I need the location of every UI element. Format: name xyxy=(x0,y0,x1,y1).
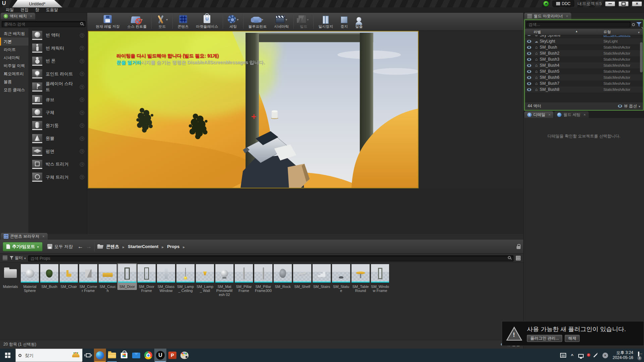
toolbar-button-cinematics[interactable]: 시네마틱 xyxy=(270,13,292,31)
filter-button[interactable]: 필터 xyxy=(10,255,26,261)
file-explorer-button[interactable] xyxy=(106,349,118,362)
toolbar-button-save-level[interactable]: 현재 레벨 저장 xyxy=(92,13,123,31)
toolbar-button-settings[interactable]: 세팅 xyxy=(224,13,242,31)
paint-button[interactable] xyxy=(178,349,191,362)
sources-panel-icon[interactable] xyxy=(3,256,7,260)
action-center-button[interactable]: 3 xyxy=(638,352,639,358)
pen-icon[interactable] xyxy=(593,353,597,357)
eye-icon[interactable] xyxy=(527,52,531,55)
category-item-7[interactable]: 모든 클래스 xyxy=(0,86,29,94)
breadcrumb-2[interactable]: Props xyxy=(167,244,179,249)
asset-sm-window-frame[interactable]: SM_Window Frame xyxy=(370,263,390,294)
back-button[interactable] xyxy=(77,244,83,249)
save-all-button[interactable]: 모두 저장 xyxy=(45,242,75,251)
asset-sm-lamp-ceiling[interactable]: SM_Lamp_ Ceiling xyxy=(176,263,195,294)
mail-button[interactable] xyxy=(130,349,142,362)
tab-content-browser[interactable]: 콘텐츠 브라우저 xyxy=(1,233,48,240)
eye-icon[interactable] xyxy=(527,76,531,79)
breadcrumb-1[interactable]: StarterContent xyxy=(128,244,158,249)
asset-sm-bush[interactable]: SM_Bush xyxy=(40,263,59,290)
eye-icon[interactable] xyxy=(527,35,531,36)
asset-materials[interactable]: Materials xyxy=(1,263,20,290)
minimize-button[interactable] xyxy=(605,1,615,6)
menu-item-1[interactable]: 편집 xyxy=(17,7,32,13)
eye-icon[interactable] xyxy=(527,70,531,73)
asset-sm-chair[interactable]: SM_Chair xyxy=(59,263,78,290)
taskbar-clock[interactable]: 오후 3:24 2024-05-16 xyxy=(613,350,633,360)
eye-icon[interactable] xyxy=(527,46,531,49)
asset-sm-door[interactable]: SM_Door xyxy=(117,263,137,290)
place-item-6[interactable]: 구체 xyxy=(29,106,87,119)
place-item-5[interactable]: 큐브 xyxy=(29,94,87,107)
eye-icon[interactable] xyxy=(527,82,531,85)
toolbar-button-eject[interactable]: 탈출 xyxy=(352,13,366,31)
asset-sm-pillar-frame[interactable]: SM_Pillar Frame xyxy=(234,263,254,294)
asset-sm-glass-window[interactable]: SM_Glass Window xyxy=(156,263,176,294)
place-item-4[interactable]: 플레이어 스타트 xyxy=(29,80,87,94)
breadcrumb-0[interactable]: 콘텐츠 xyxy=(106,244,119,250)
start-button[interactable] xyxy=(0,349,15,362)
category-item-5[interactable]: 지오메트리 xyxy=(0,70,29,78)
network-icon[interactable] xyxy=(578,354,584,358)
menu-item-3[interactable]: 도움말 xyxy=(43,7,61,13)
outliner-row-sm-bush6[interactable]: SM_Bush6StaticMeshActor xyxy=(525,74,643,80)
asset-sm-statue[interactable]: SM_Statue xyxy=(331,263,351,294)
chevron-down-icon[interactable] xyxy=(638,30,640,34)
onedrive-paused-icon[interactable] xyxy=(602,353,608,358)
game-viewport[interactable]: 라이팅을 다시 빌드해야 합니다 (빌드 필요: 91개) 문을 열거라시지를 … xyxy=(88,31,419,188)
close-tab-icon[interactable] xyxy=(566,14,568,18)
close-tab-icon[interactable] xyxy=(30,14,32,18)
place-item-0[interactable]: 빈 액터 xyxy=(29,29,87,42)
asset-sm-table-round[interactable]: SM_Table Round xyxy=(351,263,370,294)
add-import-button[interactable]: 추가/임포트 xyxy=(3,242,43,251)
place-item-1[interactable]: 빈 캐릭터 xyxy=(29,42,87,55)
toolbar-button-marketplace[interactable]: 마켓플레이스 xyxy=(192,13,222,31)
asset-sm-stairs[interactable]: SM_Stairs xyxy=(312,263,331,290)
outliner-row-sm-bush[interactable]: SM_BushStaticMeshActor xyxy=(525,44,643,50)
asset-sm-shelf[interactable]: SM_Shelf xyxy=(292,263,312,290)
eye-icon[interactable] xyxy=(527,40,531,43)
column-type[interactable]: 유형 xyxy=(603,30,611,34)
eye-icon[interactable] xyxy=(527,64,531,67)
learn-icon[interactable] xyxy=(543,1,549,7)
place-item-2[interactable]: 빈 폰 xyxy=(29,55,87,68)
place-item-10[interactable]: 박스 트리거 xyxy=(29,158,87,171)
eye-icon[interactable] xyxy=(527,58,531,61)
unreal-editor-button[interactable] xyxy=(154,349,166,362)
edge-button[interactable] xyxy=(94,349,106,362)
category-item-3[interactable]: 시네마틱 xyxy=(0,54,29,62)
outliner-search-input[interactable] xyxy=(526,21,631,27)
outliner-row-sm-bush2[interactable]: SM_Bush2StaticMeshActor xyxy=(525,50,643,56)
place-item-9[interactable]: 평면 xyxy=(29,145,87,158)
close-button[interactable] xyxy=(632,1,642,6)
column-label[interactable]: 라벨 xyxy=(534,30,541,34)
toolbar-button-build[interactable]: 빌드 xyxy=(295,13,312,31)
asset-material-sphere[interactable]: Material Sphere xyxy=(20,263,40,294)
task-view-button[interactable] xyxy=(83,349,94,362)
asset-sm-rock[interactable]: SM_Rock xyxy=(273,263,292,290)
asset-sm-pillar-frame300[interactable]: SM_Pillar Frame300 xyxy=(254,263,273,294)
taskbar-search[interactable] xyxy=(15,349,83,362)
toolbar-button-modes[interactable]: 모드 xyxy=(153,13,171,31)
hidden-icons-chevron[interactable] xyxy=(571,353,574,358)
outliner-row-sky-sphere[interactable]: Sky SphereBP_Sky_Sphere xyxy=(525,35,643,38)
asset-sm-mat-previewmesh-02[interactable]: SM_Mat PreviewMesh 02 xyxy=(215,263,234,298)
outliner-row-skylight[interactable]: SkyLightSkyLight xyxy=(525,38,643,44)
lock-icon[interactable] xyxy=(517,246,521,249)
outliner-row-sm-bush8[interactable]: SM_Bush8StaticMeshActor xyxy=(525,86,643,93)
menu-item-0[interactable]: 파일 xyxy=(3,7,17,13)
forward-button[interactable] xyxy=(86,244,92,249)
manage-plugins-button[interactable]: 플러그인 관리... xyxy=(527,335,562,342)
outliner-row-sm-bush5[interactable]: SM_Bush5StaticMeshActor xyxy=(525,68,643,74)
category-item-2[interactable]: 라이트 xyxy=(0,46,29,54)
tab-details[interactable]: 디테일 xyxy=(524,111,553,118)
ddc-button[interactable]: DDC xyxy=(552,1,574,7)
asset-sm-door-frame[interactable]: SM_Door Frame xyxy=(137,263,156,294)
outliner-view-options-button[interactable]: 뷰 옵션 xyxy=(618,103,640,109)
eye-icon[interactable] xyxy=(527,88,531,91)
category-item-6[interactable]: 볼륨 xyxy=(0,78,29,86)
class-search-input[interactable] xyxy=(2,21,86,27)
powerpoint-button[interactable] xyxy=(166,349,178,362)
toolbar-button-pause[interactable]: 일시정지 xyxy=(315,13,337,31)
taskbar-search-input[interactable] xyxy=(24,353,61,358)
